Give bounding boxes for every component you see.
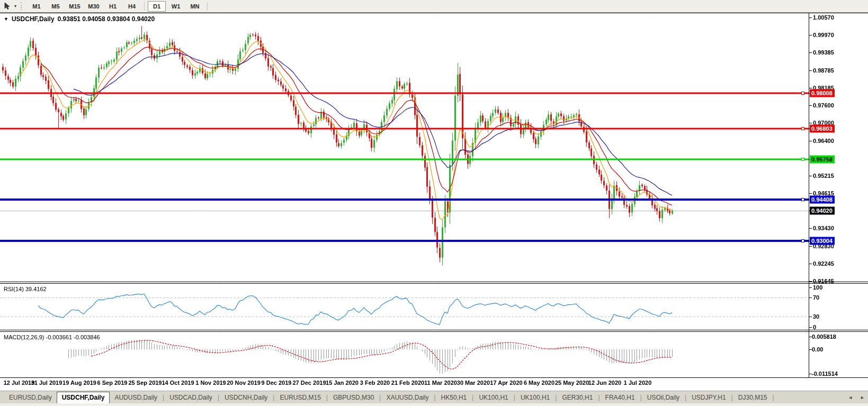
timeframe-button-m15[interactable]: M15	[66, 1, 84, 12]
toolbar-separator	[207, 2, 208, 11]
price-axis-label: 0.98785	[813, 67, 834, 74]
chart-title: ▼ USDCHF,Daily 0.93851 0.94058 0.93804 0…	[4, 15, 155, 23]
tab-usdcnh-daily[interactable]: USDCNH,Daily	[220, 392, 272, 403]
tab-uk100-h1[interactable]: UK100,H1	[474, 392, 513, 403]
tab-eurusd-m15[interactable]: EURUSD,M15	[275, 392, 325, 403]
tab-fra40-h1[interactable]: FRA40,H1	[601, 392, 640, 403]
price-tag: 0.94408	[810, 195, 835, 203]
tab-audusd-daily[interactable]: AUDUSD,Daily	[110, 392, 162, 403]
tab-xauusd-daily[interactable]: XAUUSD,Daily	[381, 392, 433, 403]
timeframe-toolbar: ▾ M1M5M15M30H1H4D1W1MN	[0, 0, 868, 13]
price-axis-label: 0.91645	[813, 278, 834, 284]
macd-axis-label: -0.011514	[812, 371, 838, 377]
mt4-terminal: ▾ M1M5M15M30H1H4D1W1MN ▼ USDCHF,Daily 0.…	[0, 0, 868, 406]
chart-title-symbol: USDCHF,Daily	[12, 15, 55, 23]
timeframe-button-d1[interactable]: D1	[148, 1, 166, 12]
price-axis-label: 0.99970	[813, 32, 834, 38]
tab-row: EURUSD,DailyUSDCHF,DailyAUDUSD,Daily|USD…	[4, 392, 775, 404]
rsi-axis-label: 70	[813, 294, 819, 301]
price-axis-label: 0.96400	[813, 138, 834, 144]
timeframe-buttons: M1M5M15M30H1H4D1W1MN	[27, 1, 210, 12]
rsi-axis-label: 100	[813, 284, 822, 291]
chart-canvas[interactable]	[0, 0, 868, 406]
chart-tabs-bar: EURUSD,DailyUSDCHF,DailyAUDUSD,Daily|USD…	[0, 391, 868, 404]
price-tag: 0.93004	[810, 237, 835, 245]
tab-divider: |	[772, 394, 775, 401]
macd-axis-label: 0.005818	[812, 333, 836, 340]
macd-axis-label: 0.00	[812, 346, 823, 353]
price-axis-label: 0.99385	[813, 49, 834, 56]
price-tag: 0.98008	[810, 89, 835, 97]
rsi-axis-label: 0	[813, 324, 816, 330]
tabs-scroll-right-icon[interactable]: ►	[860, 395, 865, 400]
tab-hk50-h1[interactable]: HK50,H1	[436, 392, 472, 403]
price-axis-label: 0.97600	[813, 102, 834, 109]
tabs-scroll-left-icon[interactable]: ◄	[848, 395, 853, 400]
tab-eurusd-daily[interactable]: EURUSD,Daily	[4, 392, 57, 403]
price-axis-label: 0.95215	[813, 173, 834, 179]
rsi-axis-label: 30	[813, 313, 819, 320]
timeframe-button-m1[interactable]: M1	[28, 1, 46, 12]
price-axis-label: 0.93430	[813, 225, 834, 231]
timeframe-button-m30[interactable]: M30	[85, 1, 103, 12]
tab-nav: ◄ ►	[848, 391, 865, 404]
date-axis-label: 1 Jul 2020	[615, 380, 660, 386]
price-tag: 0.94020	[810, 207, 835, 215]
toolbar-grip	[21, 2, 24, 10]
rsi-indicator-label: RSI(14) 39.4162	[4, 286, 47, 292]
timeframe-button-h1[interactable]: H1	[104, 1, 122, 12]
price-axis-label: 1.00570	[813, 14, 834, 21]
cursor-icon[interactable]	[2, 2, 12, 11]
timeframe-button-mn[interactable]: MN	[186, 1, 204, 12]
tab-dj30-m15[interactable]: DJ30,M15	[733, 392, 772, 403]
price-axis-label: 0.92245	[813, 260, 834, 267]
tab-usoil-daily[interactable]: USOil,Daily	[642, 392, 684, 403]
chart-title-caret-icon[interactable]: ▼	[4, 16, 8, 22]
bottom-strip	[0, 403, 868, 406]
macd-indicator-label: MACD(12,26,9) -0.003661 -0.003846	[4, 334, 100, 340]
price-tag: 0.95758	[810, 156, 835, 164]
timeframe-button-w1[interactable]: W1	[167, 1, 185, 12]
tab-uk100-h1[interactable]: UK100,H1	[516, 392, 554, 403]
tab-usdcad-daily[interactable]: USDCAD,Daily	[165, 392, 217, 403]
timeframe-button-m5[interactable]: M5	[47, 1, 65, 12]
tab-gbpusd-m30[interactable]: GBPUSD,M30	[328, 392, 379, 403]
tab-usdchf-daily[interactable]: USDCHF,Daily	[57, 392, 110, 404]
tab-ger30-h1[interactable]: GER30,H1	[557, 392, 597, 403]
chart-title-ohlc: 0.93851 0.94058 0.93804 0.94020	[58, 15, 155, 23]
timeframe-button-h4[interactable]: H4	[123, 1, 141, 12]
price-tag: 0.96803	[810, 125, 835, 133]
chevron-down-icon[interactable]: ▾	[12, 4, 19, 8]
tab-usdjpy-h1[interactable]: USDJPY,H1	[687, 392, 730, 403]
toolbar-separator	[144, 2, 145, 11]
